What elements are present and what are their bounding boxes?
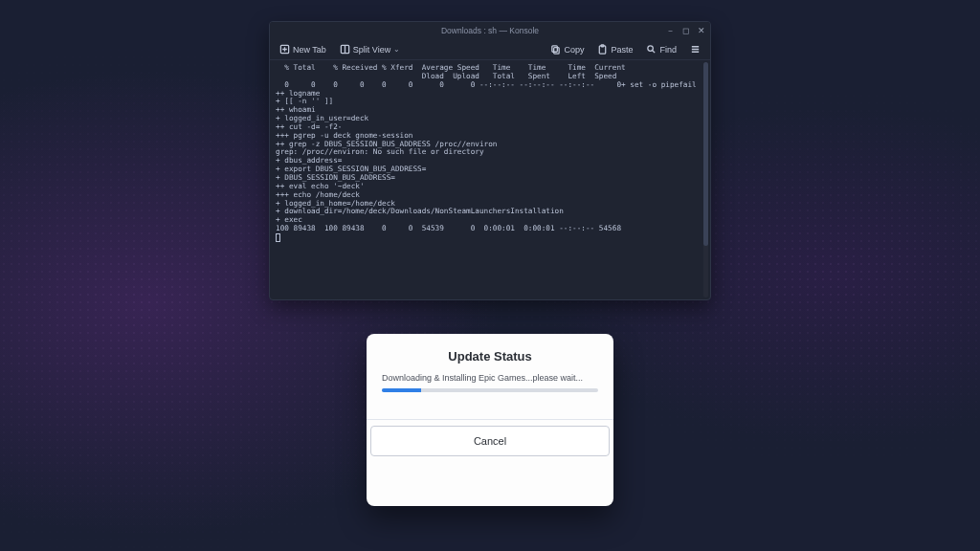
paste-label: Paste bbox=[611, 45, 633, 55]
terminal-scrollbar[interactable] bbox=[703, 62, 708, 298]
terminal-window: Downloads : sh — Konsole － ◻ ✕ New Tab S… bbox=[269, 21, 711, 300]
split-view-icon bbox=[340, 44, 350, 55]
search-icon bbox=[646, 44, 657, 55]
dialog-divider bbox=[367, 419, 613, 420]
chevron-down-icon: ⌄ bbox=[393, 45, 400, 54]
terminal-cursor bbox=[276, 233, 280, 242]
new-tab-icon bbox=[279, 44, 290, 55]
new-tab-label: New Tab bbox=[293, 45, 326, 55]
terminal-output-text: % Total % Received % Xferd Average Speed… bbox=[276, 63, 697, 232]
window-maximize-icon[interactable]: ◻ bbox=[681, 27, 690, 35]
svg-rect-2 bbox=[552, 46, 558, 52]
hamburger-menu-button[interactable] bbox=[686, 42, 704, 56]
cancel-button[interactable]: Cancel bbox=[370, 426, 610, 456]
window-title: Downloads : sh — Konsole bbox=[441, 26, 539, 35]
svg-point-6 bbox=[648, 46, 654, 52]
window-close-icon[interactable]: ✕ bbox=[697, 27, 705, 35]
dialog-message: Downloading & Installing Epic Games...pl… bbox=[382, 373, 598, 383]
terminal-toolbar: New Tab Split View ⌄ Copy Paste bbox=[270, 39, 710, 60]
window-titlebar[interactable]: Downloads : sh — Konsole － ◻ ✕ bbox=[270, 22, 710, 39]
dialog-title: Update Status bbox=[367, 334, 613, 373]
progress-bar-fill bbox=[382, 388, 421, 392]
copy-label: Copy bbox=[564, 45, 584, 55]
split-view-button[interactable]: Split View ⌄ bbox=[336, 42, 404, 56]
copy-button[interactable]: Copy bbox=[546, 42, 588, 56]
hamburger-icon bbox=[690, 44, 701, 55]
paste-button[interactable]: Paste bbox=[593, 42, 636, 56]
copy-icon bbox=[550, 44, 561, 55]
new-tab-button[interactable]: New Tab bbox=[276, 42, 330, 56]
update-status-dialog: Update Status Downloading & Installing E… bbox=[367, 334, 613, 506]
terminal-output-area[interactable]: % Total % Received % Xferd Average Speed… bbox=[270, 60, 710, 299]
find-button[interactable]: Find bbox=[642, 42, 680, 56]
split-view-label: Split View bbox=[353, 45, 390, 55]
progress-bar bbox=[382, 388, 598, 392]
find-label: Find bbox=[659, 45, 677, 55]
cancel-button-label: Cancel bbox=[474, 435, 506, 447]
paste-icon bbox=[597, 44, 608, 55]
svg-rect-3 bbox=[554, 48, 560, 54]
window-minimize-icon[interactable]: － bbox=[666, 27, 675, 35]
